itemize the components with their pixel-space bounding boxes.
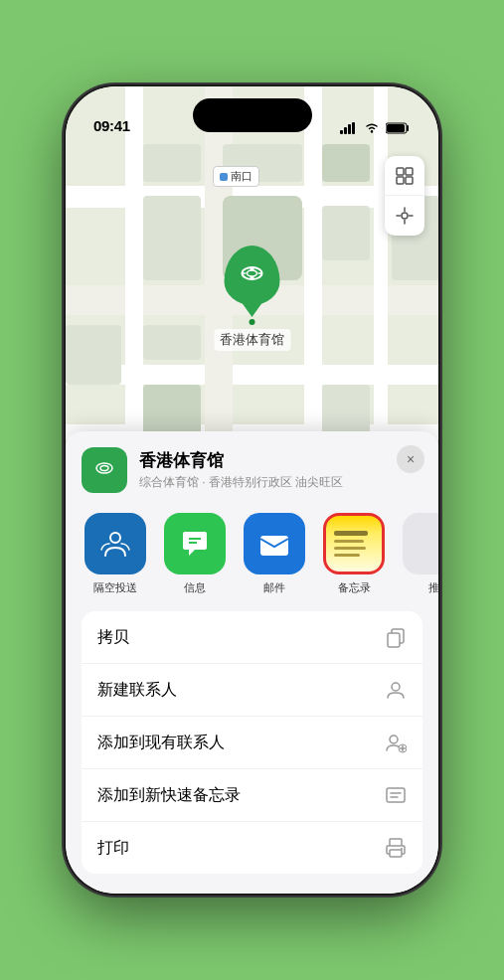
messages-label: 信息 — [184, 580, 206, 595]
action-new-contact[interactable]: 新建联系人 — [82, 664, 422, 717]
new-contact-icon — [385, 679, 407, 701]
share-action-more[interactable]: 推 — [400, 513, 438, 595]
mail-label: 邮件 — [263, 580, 285, 595]
location-subtitle: 综合体育馆 · 香港特别行政区 油尖旺区 — [139, 474, 422, 491]
svg-rect-10 — [406, 177, 413, 184]
svg-point-24 — [110, 533, 120, 543]
svg-point-31 — [390, 735, 398, 743]
mail-icon-wrap — [244, 513, 305, 574]
map-label-dot — [220, 173, 228, 181]
quick-note-icon — [385, 784, 407, 806]
close-button[interactable]: × — [397, 445, 424, 473]
copy-icon — [385, 626, 407, 648]
map-south-entrance-label: 南口 — [213, 166, 259, 187]
svg-rect-9 — [397, 177, 404, 184]
svg-rect-7 — [397, 168, 404, 175]
messages-icon-wrap — [164, 513, 226, 574]
wifi-icon — [364, 122, 380, 134]
map-label-text: 南口 — [231, 169, 252, 184]
svg-rect-29 — [388, 633, 400, 647]
print-icon — [385, 837, 407, 859]
svg-rect-8 — [406, 168, 413, 175]
marker-dot — [250, 319, 255, 325]
marker-label: 香港体育馆 — [214, 329, 290, 351]
more-icon-wrap — [403, 513, 438, 574]
action-quick-note-label: 添加到新快速备忘录 — [97, 785, 241, 806]
notes-icon-wrap — [323, 513, 385, 574]
location-info: 香港体育馆 综合体育馆 · 香港特别行政区 油尖旺区 — [139, 449, 422, 491]
airdrop-label: 隔空投送 — [93, 580, 137, 595]
svg-rect-1 — [344, 127, 347, 134]
location-marker: 香港体育馆 — [214, 245, 290, 351]
action-copy[interactable]: 拷贝 — [82, 611, 422, 664]
notes-label: 备忘录 — [338, 580, 371, 595]
location-card-icon — [82, 447, 127, 493]
phone-screen: 09:41 — [66, 86, 438, 894]
bottom-sheet: 香港体育馆 综合体育馆 · 香港特别行政区 油尖旺区 × — [66, 431, 438, 894]
airdrop-icon-wrap — [84, 513, 146, 574]
svg-rect-2 — [348, 124, 351, 134]
action-add-contact-label: 添加到现有联系人 — [97, 733, 225, 753]
action-copy-label: 拷贝 — [97, 627, 129, 648]
share-action-notes[interactable]: 备忘录 — [320, 513, 388, 595]
svg-point-30 — [392, 683, 400, 691]
location-button[interactable] — [385, 196, 424, 236]
action-new-contact-label: 新建联系人 — [97, 680, 177, 701]
status-time: 09:41 — [93, 117, 130, 134]
stadium-icon — [237, 259, 268, 291]
share-action-airdrop[interactable]: 隔空投送 — [82, 513, 149, 595]
more-label: 推 — [428, 580, 439, 595]
svg-point-23 — [100, 466, 108, 471]
svg-point-38 — [401, 848, 403, 850]
add-contact-icon — [385, 732, 407, 753]
svg-rect-3 — [352, 122, 355, 134]
share-actions-row: 隔空投送 信息 — [66, 505, 438, 611]
svg-point-22 — [96, 463, 112, 473]
phone-frame: 09:41 — [66, 86, 438, 894]
svg-rect-6 — [387, 124, 405, 132]
svg-point-11 — [402, 213, 408, 219]
svg-rect-37 — [390, 850, 402, 857]
battery-icon — [386, 122, 411, 134]
svg-point-17 — [248, 270, 257, 276]
svg-rect-19 — [251, 276, 254, 279]
action-print[interactable]: 打印 — [82, 822, 422, 874]
svg-rect-35 — [387, 788, 405, 802]
action-add-contact[interactable]: 添加到现有联系人 — [82, 717, 422, 769]
share-action-mail[interactable]: 邮件 — [241, 513, 308, 595]
marker-pin — [225, 245, 280, 305]
location-name: 香港体育馆 — [139, 449, 422, 472]
action-print-label: 打印 — [97, 838, 129, 859]
location-card: 香港体育馆 综合体育馆 · 香港特别行政区 油尖旺区 × — [66, 431, 438, 505]
share-action-messages[interactable]: 信息 — [161, 513, 229, 595]
svg-rect-0 — [340, 130, 343, 134]
action-quick-note[interactable]: 添加到新快速备忘录 — [82, 769, 422, 822]
map-controls — [385, 156, 424, 236]
action-list: 拷贝 新建联系人 添加到现有联系人 — [82, 611, 422, 874]
svg-rect-36 — [390, 839, 402, 846]
dynamic-island — [193, 98, 312, 132]
signal-icon — [340, 122, 358, 134]
svg-point-4 — [371, 130, 373, 132]
svg-rect-18 — [251, 267, 254, 270]
map-view-button[interactable] — [385, 156, 424, 196]
status-icons — [340, 122, 411, 134]
